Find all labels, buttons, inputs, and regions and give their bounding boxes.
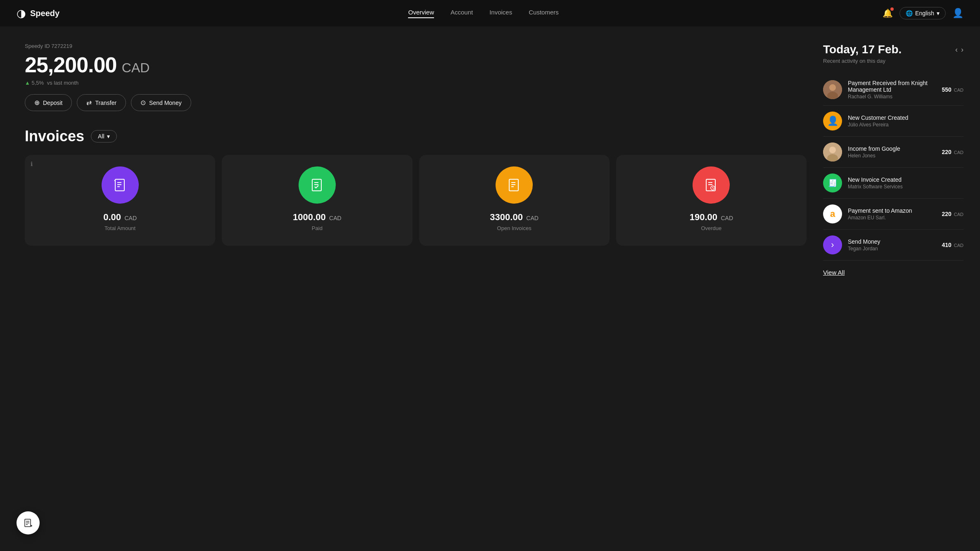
svg-point-18 [829,84,836,91]
nav-overview[interactable]: Overview [408,9,434,18]
activity-item-tegan: › Send Money Tegan Jordan 410 CAD [823,230,963,261]
invoice-cards: ℹ 0.00 CAD Total Amount [25,155,807,246]
activity-title-knight: Payment Received from Knight Management … [848,80,936,93]
invoice-card-total-amount: ℹ 0.00 CAD Total Amount [25,155,215,246]
activity-subtitle-matrix: Matrix Software Services [848,184,963,190]
globe-icon: 🌐 [906,10,913,17]
activity-title-matrix: New Invoice Created [848,176,963,183]
logo-text: Speedy [30,9,59,18]
left-panel: Speedy ID 7272219 25,200.00 CAD ▲ 5,5% v… [25,43,823,276]
card-amount-total: 0.00 CAD [103,212,137,223]
activity-subtitle-knight: Rachael G. Williams [848,94,936,100]
activity-list: Payment Received from Knight Management … [823,74,963,261]
logo-icon: ◑ [17,7,26,20]
notification-badge [890,7,894,11]
avatar-amazon: a [823,204,842,223]
right-panel: Today, 17 Feb. ‹ › Recent activity on th… [823,43,963,276]
view-all-button[interactable]: View All [823,269,845,276]
activity-item-matrix: 🧾 New Invoice Created Matrix Software Se… [823,168,963,199]
activity-info-julio: New Customer Created Júlio Alves Pereira [848,114,963,128]
card-label-open: Open Invoices [497,225,532,231]
balance-section: Speedy ID 7272219 25,200.00 CAD ▲ 5,5% v… [25,43,807,86]
chevron-down-icon: ▾ [107,133,110,140]
deposit-icon: ⊕ [34,99,40,107]
avatar-tegan: › [823,235,842,254]
nav-account[interactable]: Account [451,9,473,18]
send-money-label: Send Money [149,100,182,106]
card-icon-paid [299,166,336,204]
activity-title-amazon: Payment sent to Amazon [848,207,936,214]
activity-info-matrix: New Invoice Created Matrix Software Serv… [848,176,963,190]
send-money-icon: ⊙ [140,99,146,107]
today-subtitle: Recent activity on this day [823,58,963,64]
activity-amount-knight: 550 CAD [942,86,963,93]
invoices-header: Invoices All ▾ [25,128,807,145]
activity-item-google: Income from Google Helen Jones 220 CAD [823,137,963,168]
activity-amount-tegan: 410 CAD [942,242,963,248]
card-icon-total [102,166,139,204]
fab-new-invoice[interactable] [17,511,40,534]
card-amount-open: 3300.00 CAD [490,212,539,223]
card-amount-overdue: 190.00 CAD [690,212,733,223]
deposit-button[interactable]: ⊕ Deposit [25,94,72,111]
transfer-label: Transfer [95,100,116,106]
balance-currency: CAD [122,60,150,75]
activity-title-tegan: Send Money [848,238,936,245]
activity-item-amazon: a Payment sent to Amazon Amazon EU Sarl.… [823,199,963,230]
logo[interactable]: ◑ Speedy [17,7,59,20]
language-label: English [915,10,934,17]
card-label-paid: Paid [312,225,323,231]
next-day-button[interactable]: › [961,45,963,54]
balance-amount: 25,200.00 [25,53,116,77]
send-money-button[interactable]: ⊙ Send Money [131,94,191,111]
activity-subtitle-tegan: Tegan Jordan [848,246,936,252]
speedy-id: Speedy ID 7272219 [25,43,807,49]
filter-value: All [98,133,104,140]
today-header: Today, 17 Feb. ‹ › [823,43,963,56]
invoice-filter-dropdown[interactable]: All ▾ [91,130,117,142]
nav-links: Overview Account Invoices Customers [84,9,883,18]
activity-amount-amazon: 220 CAD [942,211,963,217]
deposit-label: Deposit [43,100,62,106]
card-icon-open [496,166,533,204]
activity-title-google: Income from Google [848,145,936,152]
notification-bell[interactable]: 🔔 [883,8,893,18]
activity-info-google: Income from Google Helen Jones [848,145,936,159]
card-label-total: Total Amount [104,225,135,231]
svg-line-16 [713,188,714,189]
activity-subtitle-google: Helen Jones [848,153,936,159]
date-navigation: ‹ › [955,45,963,54]
avatar-helen [823,142,842,162]
nav-customers[interactable]: Customers [529,9,559,18]
user-profile-button[interactable]: 👤 [952,8,963,19]
navbar: ◑ Speedy Overview Account Invoices Custo… [0,0,980,26]
avatar-rachael [823,80,842,99]
svg-point-21 [829,147,836,153]
card-amount-paid: 1000.00 CAD [293,212,342,223]
transfer-button[interactable]: ⇄ Transfer [77,94,126,111]
invoices-title: Invoices [25,128,84,145]
nav-invoices[interactable]: Invoices [489,9,512,18]
activity-info-knight: Payment Received from Knight Management … [848,80,936,100]
activity-subtitle-julio: Júlio Alves Pereira [848,122,963,128]
info-icon: ℹ [31,161,33,167]
avatar-julio: 👤 [823,112,842,131]
invoice-card-paid: 1000.00 CAD Paid [222,155,412,246]
activity-item-julio: 👤 New Customer Created Júlio Alves Perei… [823,106,963,137]
activity-amount-google: 220 CAD [942,149,963,155]
invoice-card-open: 3300.00 CAD Open Invoices [419,155,610,246]
invoice-card-overdue: 190.00 CAD Overdue [616,155,807,246]
activity-title-julio: New Customer Created [848,114,963,121]
balance-display: 25,200.00 CAD [25,52,807,77]
nav-right: 🔔 🌐 English ▾ 👤 [883,7,963,19]
transfer-icon: ⇄ [86,99,92,107]
activity-info-amazon: Payment sent to Amazon Amazon EU Sarl. [848,207,936,221]
activity-item-knight: Payment Received from Knight Management … [823,74,963,106]
today-title: Today, 17 Feb. [823,43,902,56]
card-icon-overdue [693,166,730,204]
prev-day-button[interactable]: ‹ [955,45,958,54]
card-label-overdue: Overdue [701,225,721,231]
balance-change: ▲ 5,5% vs last month [25,80,807,86]
language-selector[interactable]: 🌐 English ▾ [899,7,946,19]
avatar-matrix: 🧾 [823,173,842,192]
